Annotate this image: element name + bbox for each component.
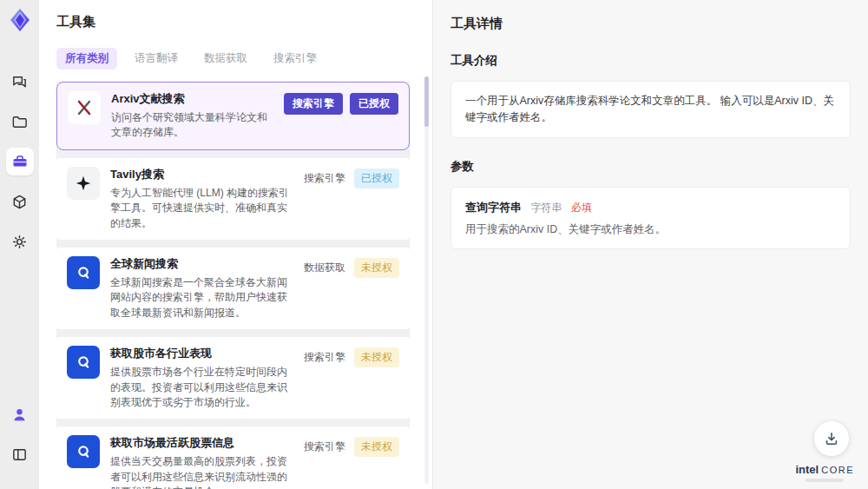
brand-secondary: CORE bbox=[821, 465, 854, 475]
tab-translation[interactable]: 语言翻译 bbox=[126, 48, 187, 69]
arxiv-logo-icon bbox=[68, 91, 101, 124]
panel-toggle-icon bbox=[11, 446, 28, 463]
tool-tags: 搜索引擎 已授权 bbox=[302, 167, 399, 188]
tool-name: Tavily搜索 bbox=[110, 167, 293, 182]
category-tag[interactable]: 搜索引擎 bbox=[284, 93, 343, 115]
param-box: 查询字符串 字符串 必填 用于搜索的Arxiv ID、关键字或作者姓名。 bbox=[450, 187, 851, 249]
detail-panel-title: 工具详情 bbox=[450, 16, 851, 32]
brand-primary: intel bbox=[795, 463, 819, 476]
scrollbar-thumb[interactable] bbox=[424, 76, 429, 127]
collapse-panel-button[interactable] bbox=[6, 440, 34, 468]
left-rail bbox=[0, 0, 39, 489]
sidebar-item-files[interactable] bbox=[6, 108, 34, 135]
sparkle-logo-icon bbox=[67, 167, 100, 200]
tool-tags: 搜索引擎 未授权 bbox=[302, 435, 399, 457]
tool-name: Arxiv文献搜索 bbox=[111, 91, 275, 107]
tool-card-body: 获取股市各行业表现 提供股票市场各个行业在特定时间段内的表现。投资者可以利用这些… bbox=[110, 346, 302, 410]
tab-all-categories[interactable]: 所有类别 bbox=[56, 48, 117, 69]
folder-icon bbox=[11, 114, 28, 130]
param-header: 查询字符串 字符串 必填 bbox=[465, 199, 836, 215]
sidebar-item-packages[interactable] bbox=[6, 188, 34, 215]
blue-search-logo-icon bbox=[67, 256, 100, 289]
param-required-badge: 必填 bbox=[571, 202, 592, 214]
tool-card-arxiv[interactable]: Arxiv文献搜索 访问各个研究领域大量科学论文和文章的存储库。 搜索引擎 已授… bbox=[56, 82, 410, 150]
category-tag: 数据获取 bbox=[302, 258, 347, 278]
user-icon bbox=[11, 406, 28, 423]
category-tabs: 所有类别 语言翻译 数据获取 搜索引擎 bbox=[56, 48, 420, 69]
params-heading: 参数 bbox=[450, 159, 851, 175]
tool-detail-panel: 工具详情 工具介绍 一个用于从Arxiv存储库搜索科学论文和文章的工具。 输入可… bbox=[432, 0, 868, 489]
blue-search-logo-icon bbox=[67, 435, 100, 468]
intro-text: 一个用于从Arxiv存储库搜索科学论文和文章的工具。 输入可以是Arxiv ID… bbox=[465, 93, 836, 126]
download-icon bbox=[824, 431, 839, 446]
intel-core-logo: intelCORE bbox=[795, 463, 854, 476]
tool-tags: 搜索引擎 未授权 bbox=[302, 346, 399, 367]
tool-desc: 全球新闻搜索是一个聚合全球各大新闻网站内容的搜索引擎，帮助用户快速获取全球最新资… bbox=[110, 275, 293, 320]
tool-tags: 搜索引擎 已授权 bbox=[284, 91, 398, 115]
tool-card-global-news[interactable]: 全球新闻搜索 全球新闻搜索是一个聚合全球各大新闻网站内容的搜索引擎，帮助用户快速… bbox=[56, 248, 410, 329]
tool-card-most-active-stocks[interactable]: 获取市场最活跃股票信息 提供当天交易量最高的股票列表，投资者可以利用这些信息来识… bbox=[56, 426, 410, 489]
app-window: 工具集 所有类别 语言翻译 数据获取 搜索引擎 Arxiv文献搜索 访问各个研究… bbox=[0, 0, 868, 489]
intro-heading: 工具介绍 bbox=[450, 53, 851, 69]
tool-card-body: 全球新闻搜索 全球新闻搜索是一个聚合全球各大新闻网站内容的搜索引擎，帮助用户快速… bbox=[110, 256, 302, 320]
chat-icon bbox=[11, 74, 28, 90]
cube-icon bbox=[11, 194, 28, 210]
sidebar-item-settings[interactable] bbox=[6, 228, 34, 255]
tool-desc: 提供当天交易量最高的股票列表，投资者可以利用这些信息来识别流动性强的股票和潜在的… bbox=[110, 454, 293, 489]
download-button[interactable] bbox=[814, 421, 849, 456]
tool-card-body: Arxiv文献搜索 访问各个研究领域大量科学论文和文章的存储库。 bbox=[111, 91, 284, 141]
page-title: 工具集 bbox=[56, 14, 420, 30]
auth-status-badge[interactable]: 已授权 bbox=[354, 169, 399, 188]
category-tag: 搜索引擎 bbox=[302, 347, 347, 367]
tab-data-fetch[interactable]: 数据获取 bbox=[195, 48, 256, 69]
gem-logo-icon bbox=[7, 7, 33, 33]
tool-card-sector-performance[interactable]: 获取股市各行业表现 提供股票市场各个行业在特定时间段内的表现。投资者可以利用这些… bbox=[56, 337, 410, 419]
category-tag: 搜索引擎 bbox=[302, 169, 347, 188]
tool-desc: 提供股票市场各个行业在特定时间段内的表现。投资者可以利用这些信息来识别表现优于或… bbox=[110, 365, 293, 410]
user-avatar-button[interactable] bbox=[6, 400, 34, 428]
tool-card-tavily[interactable]: Tavily搜索 专为人工智能代理 (LLM) 构建的搜索引擎工具。可快速提供实… bbox=[56, 158, 410, 240]
toolbox-icon bbox=[11, 153, 29, 170]
tool-name: 获取市场最活跃股票信息 bbox=[110, 435, 293, 451]
sidebar-item-toolset[interactable] bbox=[6, 148, 34, 175]
param-desc: 用于搜索的Arxiv ID、关键字或作者姓名。 bbox=[465, 222, 836, 237]
param-name: 查询字符串 bbox=[465, 201, 522, 214]
tab-search-engine[interactable]: 搜索引擎 bbox=[265, 48, 326, 69]
tool-name: 全球新闻搜索 bbox=[110, 256, 293, 272]
auth-status-badge[interactable]: 未授权 bbox=[354, 437, 399, 457]
gear-icon bbox=[11, 234, 28, 250]
sidebar-item-chat[interactable] bbox=[6, 68, 34, 96]
tool-desc: 专为人工智能代理 (LLM) 构建的搜索引擎工具。可快速提供实时、准确和真实的结… bbox=[110, 186, 293, 231]
category-tag: 搜索引擎 bbox=[302, 437, 347, 457]
auth-status-badge[interactable]: 未授权 bbox=[354, 258, 399, 278]
tool-card-body: 获取市场最活跃股票信息 提供当天交易量最高的股票列表，投资者可以利用这些信息来识… bbox=[110, 435, 302, 489]
toolset-panel: 工具集 所有类别 语言翻译 数据获取 搜索引擎 Arxiv文献搜索 访问各个研究… bbox=[39, 0, 432, 489]
list-scrollbar[interactable] bbox=[424, 76, 429, 484]
tool-desc: 访问各个研究领域大量科学论文和文章的存储库。 bbox=[111, 110, 275, 141]
tool-tags: 数据获取 未授权 bbox=[302, 256, 399, 278]
blue-search-logo-icon bbox=[67, 346, 100, 379]
brand-subline bbox=[806, 479, 844, 482]
param-type: 字符串 bbox=[530, 202, 562, 214]
intro-box: 一个用于从Arxiv存储库搜索科学论文和文章的工具。 输入可以是Arxiv ID… bbox=[450, 81, 851, 138]
tool-card-body: Tavily搜索 专为人工智能代理 (LLM) 构建的搜索引擎工具。可快速提供实… bbox=[110, 167, 302, 231]
auth-status-badge[interactable]: 未授权 bbox=[354, 347, 399, 367]
app-logo[interactable] bbox=[7, 7, 33, 33]
intel-core-badge: intelCORE bbox=[795, 463, 854, 482]
rail-bottom bbox=[6, 400, 34, 480]
tool-list: Arxiv文献搜索 访问各个研究领域大量科学论文和文章的存储库。 搜索引擎 已授… bbox=[56, 82, 410, 489]
tool-name: 获取股市各行业表现 bbox=[110, 346, 293, 361]
auth-status-badge[interactable]: 已授权 bbox=[350, 93, 398, 115]
